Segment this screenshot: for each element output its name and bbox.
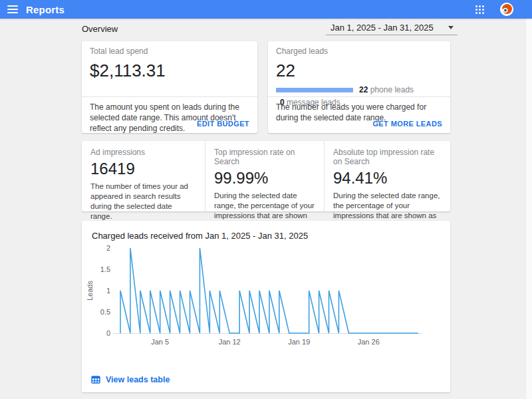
svg-text:0.5: 0.5 — [100, 308, 110, 316]
charged-leads-card: Charged leads 22 22 phone leads 0 messag… — [268, 41, 450, 133]
total-lead-spend-value: $2,113.31 — [90, 61, 249, 81]
card-label: Charged leads — [276, 47, 442, 56]
chart-title: Charged leads received from Jan 1, 2025 … — [82, 221, 450, 241]
charged-leads-value: 22 — [276, 61, 442, 81]
top-impression-rate-value: 99.99% — [214, 169, 315, 188]
stats-card: Ad impressions 16419 The number of times… — [82, 141, 450, 211]
view-leads-table-link[interactable]: View leads table — [91, 375, 170, 384]
table-icon — [91, 375, 100, 384]
total-lead-spend-card: Total lead spend $2,113.31 The amount yo… — [82, 41, 257, 133]
absolute-top-impression-rate-value: 94.41% — [333, 169, 441, 188]
phone-leads-label: 22 phone leads — [359, 85, 414, 94]
phone-leads-bar — [276, 88, 353, 92]
svg-text:Jan 12: Jan 12 — [219, 338, 241, 346]
avatar[interactable] — [500, 3, 513, 16]
edit-budget-button[interactable]: EDIT BUDGET — [197, 120, 249, 128]
chevron-down-icon — [448, 26, 454, 29]
card-description: The amount you spent on leads during the… — [90, 102, 249, 134]
svg-text:0: 0 — [106, 329, 110, 337]
svg-text:1: 1 — [106, 287, 110, 295]
apps-grid-icon[interactable] — [475, 5, 484, 14]
date-range-value: Jan 1, 2025 - Jan 31, 2025 — [331, 23, 448, 33]
svg-text:Jan 5: Jan 5 — [151, 338, 169, 346]
date-range-select[interactable]: Jan 1, 2025 - Jan 31, 2025 — [326, 21, 458, 35]
svg-text:Jan 19: Jan 19 — [288, 338, 310, 346]
card-label: Total lead spend — [90, 47, 249, 56]
ad-impressions-value: 16419 — [90, 160, 196, 178]
stat-ad-impressions: Ad impressions 16419 The number of times… — [82, 141, 205, 211]
leads-line-chart: 00.511.52LeadsJan 5Jan 12Jan 19Jan 26 — [82, 243, 450, 354]
svg-text:Jan 26: Jan 26 — [358, 338, 380, 346]
menu-icon[interactable] — [7, 5, 18, 13]
stat-absolute-top-impression-rate: Absolute top impression rate on Search 9… — [324, 141, 450, 211]
svg-text:2: 2 — [106, 244, 110, 252]
get-more-leads-button[interactable]: GET MORE LEADS — [372, 120, 442, 128]
page-title: Reports — [26, 4, 65, 15]
section-label-overview: Overview — [82, 24, 118, 34]
stat-top-impression-rate: Top impression rate on Search 99.99% Dur… — [205, 141, 324, 211]
svg-text:1.5: 1.5 — [100, 265, 110, 273]
svg-text:Leads: Leads — [86, 281, 94, 301]
leads-chart-card: Charged leads received from Jan 1, 2025 … — [82, 221, 450, 392]
app-bar: Reports — [0, 0, 532, 19]
scrollbar[interactable] — [525, 19, 532, 399]
